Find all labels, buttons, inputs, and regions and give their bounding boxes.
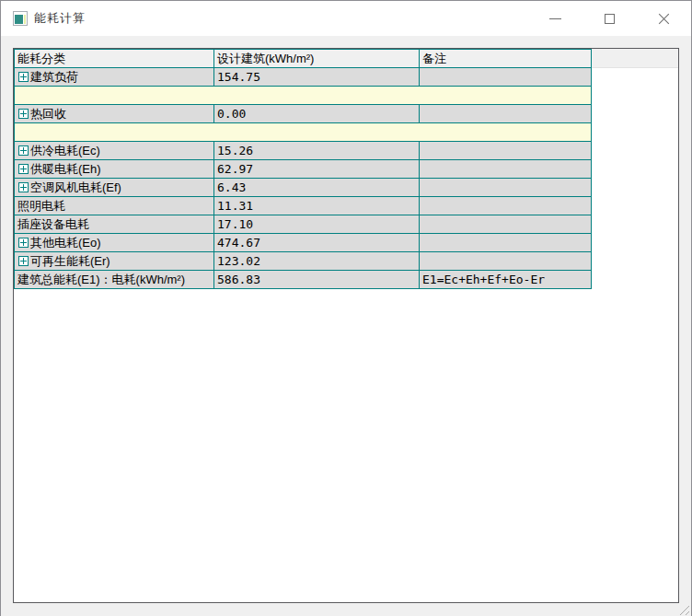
value-cell: 17.10 (214, 215, 420, 234)
value-cell: 123.02 (214, 252, 420, 271)
minimize-button[interactable] (528, 1, 582, 36)
app-icon (13, 11, 28, 26)
table-row[interactable]: 建筑负荷154.75 (15, 68, 592, 87)
value-cell: 11.31 (214, 197, 420, 215)
category-cell: 建筑总能耗(E1)：电耗(kWh/m²) (15, 271, 214, 289)
category-cell: 照明电耗 (15, 197, 214, 215)
remark-cell (420, 215, 592, 234)
category-label: 可再生能耗(Er) (30, 254, 110, 268)
remark-cell (420, 160, 592, 179)
maximize-icon (605, 14, 615, 24)
table-row[interactable]: 可再生能耗(Er)123.02 (15, 252, 592, 271)
maximize-button[interactable] (582, 1, 637, 36)
category-cell: 可再生能耗(Er) (15, 252, 214, 271)
minimize-icon (549, 18, 561, 19)
value-cell: 0.00 (214, 105, 420, 123)
table-row[interactable]: 空调风机电耗(Ef)6.43 (15, 179, 592, 197)
category-label: 供冷电耗(Ec) (30, 144, 100, 157)
expand-plus-icon[interactable] (18, 182, 29, 192)
header-category: 能耗分类 (15, 50, 214, 68)
remark-cell (420, 197, 592, 215)
table-row[interactable]: 插座设备电耗17.10 (15, 215, 592, 234)
remark-cell (420, 142, 592, 160)
title-bar: 能耗计算 (1, 1, 691, 36)
expand-plus-icon[interactable] (18, 109, 29, 119)
category-cell: 空调风机电耗(Ef) (15, 179, 214, 197)
close-button[interactable] (637, 1, 691, 36)
category-cell: 插座设备电耗 (15, 215, 214, 234)
category-label: 供暖电耗(Eh) (30, 162, 101, 176)
category-label: 空调风机电耗(Ef) (30, 180, 121, 194)
expand-plus-icon[interactable] (18, 238, 29, 248)
category-cell: 建筑负荷 (15, 68, 214, 87)
table-header-row: 能耗分类 设计建筑(kWh/m²) 备注 (15, 50, 592, 68)
energy-table: 能耗分类 设计建筑(kWh/m²) 备注 建筑负荷154.75热回收0.00供冷… (14, 49, 592, 289)
table-row[interactable]: 建筑总能耗(E1)：电耗(kWh/m²)586.83E1=Ec+Eh+Ef+Eo… (15, 271, 592, 289)
dialog-content: 能耗分类 设计建筑(kWh/m²) 备注 建筑负荷154.75热回收0.00供冷… (1, 36, 691, 616)
header-filler (590, 49, 678, 68)
table-row[interactable]: 照明电耗11.31 (15, 197, 592, 215)
remark-cell (420, 234, 592, 252)
category-label: 照明电耗 (17, 199, 65, 213)
spacer-cell (15, 123, 592, 142)
window-controls (528, 1, 691, 36)
category-label: 插座设备电耗 (17, 217, 89, 231)
category-cell: 热回收 (15, 105, 214, 123)
value-cell: 474.67 (214, 234, 420, 252)
remark-cell: E1=Ec+Eh+Ef+Eo-Er (420, 271, 592, 289)
expand-plus-icon[interactable] (18, 72, 29, 82)
expand-plus-icon[interactable] (18, 145, 29, 156)
table-body: 建筑负荷154.75热回收0.00供冷电耗(Ec)15.26供暖电耗(Eh)62… (15, 68, 592, 289)
category-label: 建筑总能耗(E1)：电耗(kWh/m²) (17, 273, 185, 286)
header-design-building: 设计建筑(kWh/m²) (214, 50, 420, 68)
value-cell: 586.83 (214, 271, 420, 289)
expand-plus-icon[interactable] (18, 256, 29, 266)
window-title: 能耗计算 (34, 10, 86, 27)
remark-cell (420, 252, 592, 271)
value-cell: 62.97 (214, 160, 420, 179)
spacer-row (15, 87, 592, 105)
category-cell: 其他电耗(Eo) (15, 234, 214, 252)
spacer-cell (15, 87, 592, 105)
category-label: 其他电耗(Eo) (30, 236, 101, 250)
remark-cell (420, 179, 592, 197)
category-cell: 供暖电耗(Eh) (15, 160, 214, 179)
table-row[interactable]: 供暖电耗(Eh)62.97 (15, 160, 592, 179)
value-cell: 6.43 (214, 179, 420, 197)
app-icon-yellow-bar (24, 15, 26, 24)
header-remark: 备注 (420, 50, 592, 68)
close-icon (658, 13, 670, 25)
table-row[interactable]: 热回收0.00 (15, 105, 592, 123)
table-row[interactable]: 供冷电耗(Ec)15.26 (15, 142, 592, 160)
expand-plus-icon[interactable] (18, 164, 29, 174)
value-cell: 15.26 (214, 142, 420, 160)
table-row[interactable]: 其他电耗(Eo)474.67 (15, 234, 592, 252)
remark-cell (420, 105, 592, 123)
category-label: 热回收 (30, 107, 66, 121)
remark-cell (420, 68, 592, 87)
category-label: 建筑负荷 (30, 70, 78, 84)
category-cell: 供冷电耗(Ec) (15, 142, 214, 160)
spacer-row (15, 123, 592, 142)
dialog-window: 能耗计算 能耗分类 设计建筑(kWh/m²) 备注 (0, 0, 692, 616)
app-icon-teal-square (15, 15, 23, 24)
energy-grid-panel: 能耗分类 设计建筑(kWh/m²) 备注 建筑负荷154.75热回收0.00供冷… (13, 48, 679, 603)
resize-grip[interactable] (677, 603, 689, 615)
value-cell: 154.75 (214, 68, 420, 87)
